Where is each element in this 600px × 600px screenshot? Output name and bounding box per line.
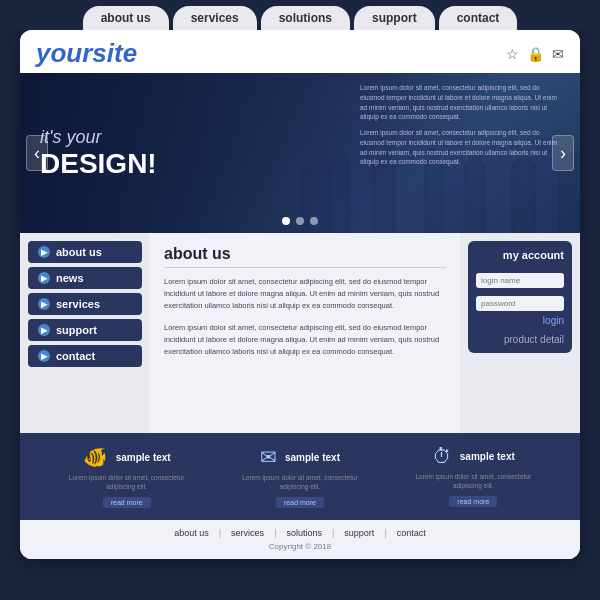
hero-slider: it's your DESIGN! Lorem ipsum dolor sit … <box>20 73 580 233</box>
bullet-icon-news: ▶ <box>38 272 50 284</box>
content-paragraph-1: Lorem ipsum dolor sit amet, consectetur … <box>164 276 446 312</box>
footer-link-contact[interactable]: contact <box>397 528 426 538</box>
sidebar-item-services[interactable]: ▶ services <box>28 293 142 315</box>
header-icons: ☆ 🔒 ✉ <box>506 46 564 62</box>
hero-dots <box>282 217 318 225</box>
sidebar-item-support[interactable]: ▶ support <box>28 319 142 341</box>
content-area: ▶ about us ▶ news ▶ services ▶ support ▶… <box>20 233 580 433</box>
footer-icons-section: 🐠 sample text Lorem ipsum dolor sit amet… <box>20 433 580 520</box>
hero-next-button[interactable]: › <box>552 135 574 171</box>
lock-icon[interactable]: 🔒 <box>527 46 544 62</box>
hero-dot-1[interactable] <box>282 217 290 225</box>
star-icon[interactable]: ☆ <box>506 46 519 62</box>
logo-part2: site <box>92 38 137 68</box>
sidebar-label-support: support <box>56 324 97 336</box>
footer-btn-1[interactable]: read more <box>103 497 151 508</box>
divider-2: | <box>274 528 276 538</box>
svg-rect-2 <box>314 133 324 153</box>
footer-link-about-us[interactable]: about us <box>174 528 209 538</box>
divider-4: | <box>384 528 386 538</box>
hero-paragraph-2: Lorem ipsum dolor sit amet, consectetur … <box>360 128 560 167</box>
footer-block-3: ⏱ sample text Lorem ipsum dolor sit amet… <box>403 445 543 507</box>
fish-icon: 🐠 <box>83 445 108 469</box>
account-title: my account <box>476 249 564 261</box>
sidebar-label-contact: contact <box>56 350 95 362</box>
sidebar-label-services: services <box>56 298 100 310</box>
footer-text-3: Lorem ipsum dolor sit amet, consectetur … <box>403 472 543 490</box>
product-detail-link[interactable]: product detail <box>476 334 564 345</box>
hero-title-big: DESIGN! <box>40 148 157 180</box>
nav-item-solutions[interactable]: solutions <box>261 6 350 30</box>
hero-paragraph-1: Lorem ipsum dolor sit amet, consectetur … <box>360 83 560 122</box>
sidebar-item-news[interactable]: ▶ news <box>28 267 142 289</box>
footer-link-solutions[interactable]: solutions <box>286 528 322 538</box>
site-logo: yoursite <box>36 38 137 69</box>
footer-block-2-top: ✉ sample text <box>260 445 340 469</box>
logo-part1: your <box>36 38 92 68</box>
password-input[interactable] <box>476 296 564 311</box>
nav-item-support[interactable]: support <box>354 6 435 30</box>
footer-link-services[interactable]: services <box>231 528 264 538</box>
bullet-icon-about-us: ▶ <box>38 246 50 258</box>
sidebar-item-about-us[interactable]: ▶ about us <box>28 241 142 263</box>
content-title: about us <box>164 245 446 268</box>
site-header: yoursite ☆ 🔒 ✉ <box>20 30 580 73</box>
sidebar: ▶ about us ▶ news ▶ services ▶ support ▶… <box>20 233 150 433</box>
bottom-footer-nav: about us | services | solutions | suppor… <box>28 528 572 538</box>
footer-link-support[interactable]: support <box>344 528 374 538</box>
account-box: my account login product detail <box>468 241 572 353</box>
email-icon[interactable]: ✉ <box>552 46 564 62</box>
login-name-input[interactable] <box>476 273 564 288</box>
footer-block-2: ✉ sample text Lorem ipsum dolor sit amet… <box>230 445 370 508</box>
svg-rect-3 <box>332 153 346 233</box>
sidebar-label-about-us: about us <box>56 246 102 258</box>
nav-item-contact[interactable]: contact <box>439 6 518 30</box>
hero-prev-button[interactable]: ‹ <box>26 135 48 171</box>
footer-block-1: 🐠 sample text Lorem ipsum dolor sit amet… <box>57 445 197 508</box>
nav-item-about-us[interactable]: about us <box>83 6 169 30</box>
main-content: about us Lorem ipsum dolor sit amet, con… <box>150 233 460 433</box>
top-navigation: about us services solutions support cont… <box>0 0 600 30</box>
footer-text-1: Lorem ipsum dolor sit amet, consectetur … <box>57 473 197 491</box>
footer-block-1-top: 🐠 sample text <box>83 445 171 469</box>
footer-label-1: sample text <box>116 452 171 463</box>
divider-3: | <box>332 528 334 538</box>
footer-btn-3[interactable]: read more <box>449 496 497 507</box>
footer-label-2: sample text <box>285 452 340 463</box>
hero-dot-2[interactable] <box>296 217 304 225</box>
sidebar-label-news: news <box>56 272 84 284</box>
sidebar-item-contact[interactable]: ▶ contact <box>28 345 142 367</box>
login-button[interactable]: login <box>476 315 564 326</box>
divider-1: | <box>219 528 221 538</box>
account-panel: my account login product detail <box>460 233 580 433</box>
main-container: yoursite ☆ 🔒 ✉ it's <box>20 30 580 559</box>
footer-label-3: sample text <box>460 451 515 462</box>
content-paragraph-2: Lorem ipsum dolor sit amet, consectetur … <box>164 322 446 358</box>
footer-btn-2[interactable]: read more <box>276 497 324 508</box>
footer-block-3-top: ⏱ sample text <box>432 445 515 468</box>
hero-title-small: it's your <box>40 127 157 148</box>
bullet-icon-contact: ▶ <box>38 350 50 362</box>
envelope-icon: ✉ <box>260 445 277 469</box>
hero-dot-3[interactable] <box>310 217 318 225</box>
hero-body-text: Lorem ipsum dolor sit amet, consectetur … <box>360 83 560 173</box>
bullet-icon-services: ▶ <box>38 298 50 310</box>
bullet-icon-support: ▶ <box>38 324 50 336</box>
copyright-text: Copyright © 2018 <box>28 542 572 551</box>
clock-icon: ⏱ <box>432 445 452 468</box>
nav-item-services[interactable]: services <box>173 6 257 30</box>
footer-text-2: Lorem ipsum dolor sit amet, consectetur … <box>230 473 370 491</box>
bottom-footer: about us | services | solutions | suppor… <box>20 520 580 559</box>
